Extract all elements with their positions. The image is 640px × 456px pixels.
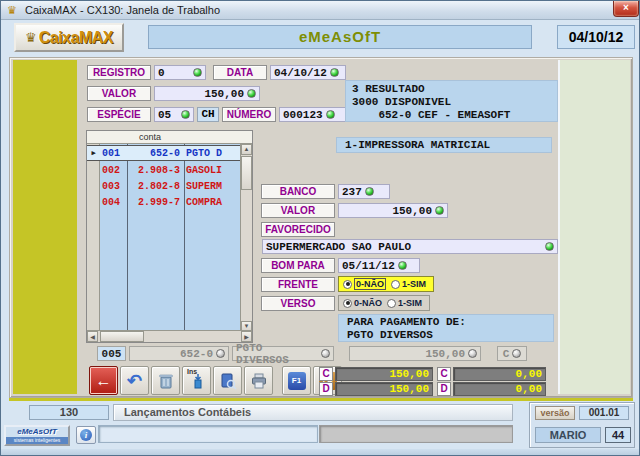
- favorecido-label: FAVORECIDO: [261, 222, 335, 237]
- debit-right-value: 0,00: [453, 382, 546, 396]
- status-valor-field: 150,00: [349, 346, 481, 361]
- valor-field[interactable]: 150,00: [154, 86, 260, 101]
- grid-hscrollbar[interactable]: ◀ ▶: [87, 330, 252, 342]
- current-date: 04/10/12: [557, 25, 635, 49]
- exit-button[interactable]: ←: [89, 366, 118, 395]
- insert-button[interactable]: Ins: [182, 366, 211, 395]
- scroll-right-button[interactable]: ▶: [241, 331, 252, 342]
- versao-button[interactable]: versão: [535, 406, 575, 420]
- screen-name-bar: Lançamentos Contábeis: [113, 404, 513, 421]
- memo-line: PGTO DIVERSOS: [347, 329, 553, 342]
- trash-icon: [156, 371, 176, 391]
- vendor-logo: eMeAsOfT sistemas inteligentes: [4, 425, 70, 446]
- entries-grid: conta ▶ 001 652-0 PGTO D 002 2.908-3 GAS…: [86, 130, 253, 343]
- favorecido-field[interactable]: SUPERMERCADO SAO PAULO: [262, 239, 558, 254]
- bom-para-field[interactable]: 05/11/12: [338, 258, 420, 273]
- undo-icon: ↶: [127, 372, 142, 390]
- grid-vscrollbar[interactable]: ▲ ▼: [240, 144, 252, 332]
- left-accent-band: [13, 60, 77, 394]
- data-field[interactable]: 04/10/12: [270, 65, 346, 80]
- scroll-up-button[interactable]: ▲: [241, 144, 252, 155]
- verso-option-nao[interactable]: 0-NÃO: [343, 298, 382, 308]
- screen-code-field: 130: [29, 405, 109, 420]
- favorecido-led-icon: [545, 242, 554, 251]
- grid-column-header: conta: [87, 131, 252, 144]
- grid-row[interactable]: 003 2.802-8 SUPERM: [87, 178, 241, 194]
- registro-field[interactable]: 0: [154, 65, 206, 80]
- status-tipo-field: C: [497, 346, 527, 361]
- printer-banner: 1-IMPRESSORA MATRICIAL: [336, 137, 552, 153]
- data-label: DATA: [213, 65, 267, 80]
- status-led-icon: [216, 349, 225, 358]
- app-logo: ♛ CaixaMAX: [14, 23, 124, 52]
- radio-on-icon: [343, 299, 352, 308]
- banco-label: BANCO: [261, 184, 335, 199]
- document-search-icon: [218, 371, 238, 391]
- app-title-bar: eMeAsOfT: [148, 25, 532, 49]
- logo-text: CaixaMAX: [39, 29, 113, 47]
- printer-icon: [249, 371, 269, 391]
- numero-field[interactable]: 000123: [279, 107, 347, 122]
- down-arrow-icon: ▼: [244, 323, 250, 329]
- verso-option-sim[interactable]: 1-SIM: [387, 298, 422, 308]
- info-button[interactable]: i: [76, 426, 96, 444]
- print-button[interactable]: [244, 366, 273, 395]
- terminal-field: 44: [605, 427, 631, 443]
- radio-off-icon: [391, 280, 400, 289]
- debit-left-label: D: [319, 382, 333, 396]
- frente-radio-group: 0-NÃO 1-SIM: [338, 276, 434, 292]
- frente-option-nao[interactable]: 0-NÃO: [343, 278, 386, 290]
- account-info-line: 3 RESULTADO: [352, 83, 557, 96]
- debit-right-label: D: [437, 382, 451, 396]
- back-arrow-icon: ←: [96, 372, 112, 390]
- vscroll-thumb[interactable]: [241, 156, 252, 190]
- banco-led-icon: [365, 187, 374, 196]
- especie-suffix: CH: [197, 107, 219, 122]
- data-led-icon: [330, 68, 339, 77]
- status-historico-field: PGTO DIVERSOS: [232, 346, 334, 361]
- numero-led-icon: [326, 110, 335, 119]
- crown-icon: ♛: [25, 31, 37, 44]
- f1-key-icon: F1: [288, 372, 306, 390]
- account-info-line: 3000 DISPONIVEL: [352, 96, 557, 109]
- status-led-icon: [468, 349, 477, 358]
- account-info-box: 3 RESULTADO 3000 DISPONIVEL 652-0 CEF - …: [345, 80, 558, 122]
- numero-label: NÚMERO: [222, 107, 276, 122]
- hscroll-thumb[interactable]: [100, 331, 144, 342]
- status-led-icon: [512, 349, 521, 358]
- detail-valor-field[interactable]: 150,00: [338, 203, 448, 218]
- frente-option-sim[interactable]: 1-SIM: [391, 279, 426, 289]
- close-icon: ×: [623, 2, 629, 13]
- grid-row[interactable]: 002 2.908-3 GASOLI: [87, 162, 241, 178]
- help-f1-button[interactable]: F1: [282, 366, 311, 395]
- window-bottom-edge: [1, 449, 640, 456]
- radio-on-icon: [343, 280, 352, 289]
- status-seq-field: 005: [97, 346, 126, 361]
- vendor-logo-text: eMeAsOfT: [6, 427, 68, 437]
- credit-left-value: 150,00: [335, 367, 433, 381]
- bom-para-led-icon: [398, 261, 407, 270]
- close-button[interactable]: ×: [613, 1, 639, 17]
- title-bar[interactable]: ♛ CaixaMAX - CX130: Janela de Trabalho: [1, 1, 640, 20]
- insert-label: Ins: [187, 368, 197, 375]
- right-accent-strip: [558, 60, 630, 394]
- grid-row-selected[interactable]: ▶ 001 652-0 PGTO D: [87, 145, 241, 161]
- search-button[interactable]: [213, 366, 242, 395]
- delete-button[interactable]: [151, 366, 180, 395]
- bom-para-label: BOM PARA: [261, 258, 335, 273]
- status-conta-field: 652-0: [129, 346, 229, 361]
- credit-right-label: C: [437, 367, 451, 381]
- grid-row[interactable]: 004 2.999-7 COMPRA: [87, 194, 241, 210]
- scroll-left-button[interactable]: ◀: [87, 331, 98, 342]
- undo-button[interactable]: ↶: [120, 366, 149, 395]
- frente-label: FRENTE: [261, 277, 335, 292]
- footer-status-bar-right: [319, 425, 513, 443]
- user-field: MARIO: [535, 427, 601, 443]
- especie-led-icon: [181, 110, 190, 119]
- banco-field[interactable]: 237: [338, 184, 390, 199]
- especie-field[interactable]: 05: [154, 107, 194, 122]
- left-arrow-icon: ◀: [90, 334, 95, 340]
- verso-radio-group: 0-NÃO 1-SIM: [338, 295, 430, 311]
- credit-left-label: C: [319, 367, 333, 381]
- valor-led-icon: [247, 89, 256, 98]
